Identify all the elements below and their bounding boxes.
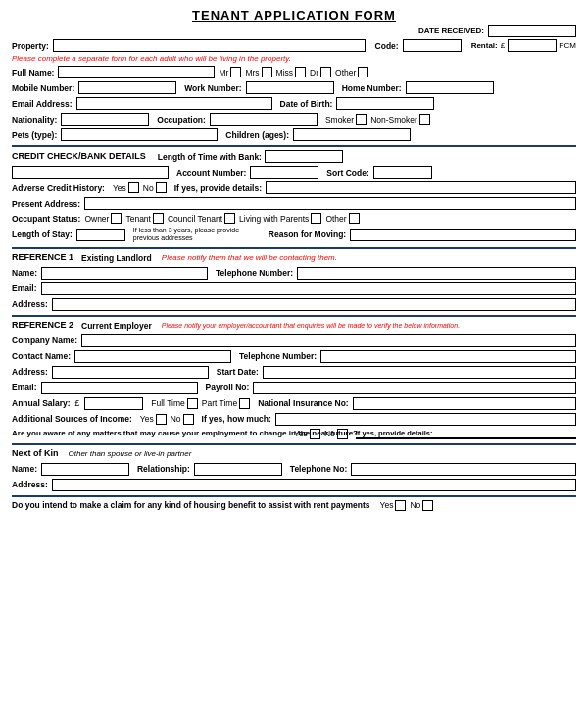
fullname-input[interactable] [58, 66, 215, 78]
company-row: Company Name: [12, 334, 576, 347]
mrs-label: Mrs [245, 68, 259, 77]
housing-yes-checkbox[interactable] [395, 500, 406, 511]
length-stay-input[interactable] [76, 229, 125, 241]
account-label: Account Number: [176, 168, 246, 178]
dr-checkbox[interactable] [320, 67, 331, 77]
income-ifyes-label: If yes, how much: [202, 414, 271, 424]
work-label: Work Number: [184, 83, 241, 93]
account-row: Account Number: Sort Code: [12, 166, 576, 179]
property-label: Property: [12, 41, 49, 51]
owner-checkbox[interactable] [111, 213, 122, 224]
ref2-address-input[interactable] [52, 366, 209, 379]
miss-option: Miss [276, 67, 306, 77]
present-input[interactable] [84, 197, 576, 210]
fulltime-label: Full Time [151, 398, 184, 408]
income-no-checkbox[interactable] [183, 414, 194, 425]
occupant-row: Occupant Status: Owner Tenant Council Te… [12, 213, 576, 224]
aware-no: No [324, 429, 348, 439]
salary-symbol: £ [75, 398, 80, 408]
occupation-input[interactable] [210, 113, 318, 126]
nationality-input[interactable] [61, 113, 149, 126]
smoker-label: Smoker [325, 115, 354, 125]
contact-input[interactable] [74, 350, 231, 363]
ref2-email-input[interactable] [41, 382, 198, 394]
nok-name-row: Name: Relationship: Telephone No: [12, 463, 576, 476]
ref2-address-row: Address: Start Date: [12, 366, 576, 379]
length-with-bank-group: Length of Time with Bank: [158, 150, 343, 163]
ref1-name-input[interactable] [41, 267, 208, 280]
aware-yes-label: Yes [294, 429, 308, 438]
less3yrs-note: If less than 3 years, please provide pre… [133, 227, 261, 243]
income-yes-label: Yes [140, 414, 154, 424]
ref1-address-row: Address: [12, 298, 576, 311]
ref2-tel-label: Telephone Number: [239, 351, 317, 361]
work-input[interactable] [246, 81, 334, 94]
ref1-email-input[interactable] [41, 282, 576, 295]
income-yes-checkbox[interactable] [156, 414, 167, 425]
ni-input[interactable] [353, 397, 576, 410]
ref1-email-row: Email: [12, 282, 576, 295]
other-checkbox[interactable] [358, 67, 368, 77]
parttime-checkbox[interactable] [239, 398, 250, 409]
mr-option: Mr [219, 67, 241, 77]
payroll-input[interactable] [253, 382, 576, 394]
account-input[interactable] [250, 166, 318, 179]
nok-address-input[interactable] [52, 479, 576, 491]
children-input[interactable] [293, 128, 411, 141]
mr-checkbox[interactable] [230, 67, 241, 77]
ifyes-input[interactable] [266, 181, 576, 194]
adverse-yes-label: Yes [113, 183, 126, 193]
ref2-tel-input[interactable] [320, 350, 576, 363]
mrs-checkbox[interactable] [262, 67, 272, 77]
aware-no-checkbox[interactable] [337, 429, 348, 439]
income-ifyes-input[interactable] [275, 413, 576, 426]
sort-input[interactable] [373, 166, 432, 179]
income-yes: Yes [140, 414, 167, 425]
property-input[interactable] [53, 39, 366, 52]
form-title: TENANT APPLICATION FORM [192, 8, 396, 23]
miss-checkbox[interactable] [295, 67, 306, 77]
nok-tel-input[interactable] [351, 463, 576, 476]
nok-name-input[interactable] [41, 463, 129, 476]
ref2-address-label: Address: [12, 367, 48, 377]
salary-input[interactable] [84, 397, 143, 410]
credit-header-row: CREDIT CHECK/BANK DETAILS Length of Time… [12, 150, 576, 163]
start-input[interactable] [263, 366, 576, 379]
code-input[interactable] [403, 39, 462, 52]
housing-no-checkbox[interactable] [422, 500, 433, 511]
other-option: Other [335, 67, 368, 77]
aware-yes-checkbox[interactable] [310, 429, 320, 439]
home-input[interactable] [406, 81, 494, 94]
aware-yes: Yes [294, 429, 320, 439]
council-checkbox[interactable] [224, 213, 235, 224]
occ-other-checkbox[interactable] [349, 213, 360, 224]
nonsmoker-checkbox[interactable] [419, 114, 430, 125]
company-input[interactable] [81, 334, 576, 347]
start-label: Start Date: [217, 367, 259, 377]
aware-ifyes-input[interactable] [356, 437, 576, 439]
present-label: Present Address: [12, 199, 80, 209]
pets-input[interactable] [61, 128, 218, 141]
mobile-input[interactable] [78, 81, 176, 94]
fulltime-checkbox[interactable] [187, 398, 198, 409]
other-label: Other [335, 68, 356, 77]
ref1-address-input[interactable] [52, 298, 576, 311]
lengthstay-row: Length of Stay: If less than 3 years, pl… [12, 227, 576, 243]
ref1-tel-input[interactable] [297, 267, 576, 280]
rental-input[interactable] [508, 39, 557, 52]
adverse-no-checkbox[interactable] [156, 182, 167, 193]
tenant-option: Tenant [125, 213, 164, 224]
email-input[interactable] [76, 97, 272, 110]
tenant-checkbox[interactable] [153, 213, 164, 224]
nok-rel-input[interactable] [194, 463, 282, 476]
dob-input[interactable] [336, 97, 434, 110]
ref2-subtitle: Current Employer [81, 321, 152, 331]
bank-name-input[interactable] [12, 166, 169, 179]
reason-input[interactable] [350, 229, 576, 241]
date-received-input[interactable] [488, 25, 576, 37]
smoker-checkbox[interactable] [356, 114, 367, 125]
living-option: Living with Parents [239, 213, 321, 224]
adverse-yes-checkbox[interactable] [128, 182, 139, 193]
living-checkbox[interactable] [311, 213, 321, 224]
length-bank-input[interactable] [265, 150, 343, 163]
